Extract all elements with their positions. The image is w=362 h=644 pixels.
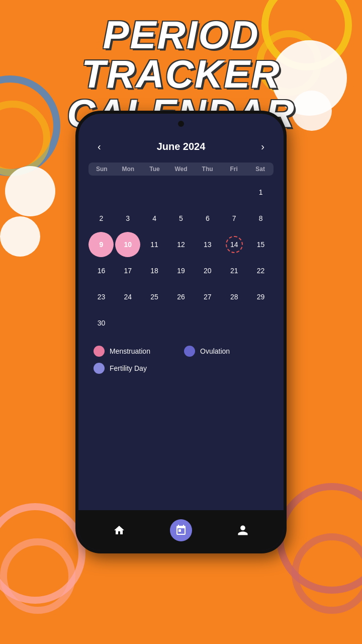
day-wed: Wed [168,166,195,173]
calendar-day-30[interactable]: 30 [88,310,114,336]
calendar-day-5[interactable]: 5 [168,206,194,231]
legend-ovulation: Ovulation [184,346,268,357]
calendar-day-26[interactable]: 26 [168,284,194,309]
calendar-day-17[interactable]: 17 [115,258,141,283]
calendar-day-19[interactable]: 19 [168,258,194,283]
calendar-grid: 1234567891011121314151617181920212223242… [88,180,274,336]
day-fri: Fri [221,166,247,173]
next-month-button[interactable]: › [256,139,269,154]
calendar-day-4[interactable]: 4 [142,206,167,231]
calendar-day-23[interactable]: 23 [88,284,114,309]
calendar-day-13[interactable]: 13 [195,232,220,257]
calendar-day-empty-4 [195,180,220,205]
calendar-container: ‹ June 2024 › Sun Mon Tue Wed Thu Fri Sa… [78,114,284,384]
calendar-day-empty-41 [248,310,274,336]
calendar-day-20[interactable]: 20 [195,258,220,283]
calendar-day-empty-36 [115,310,141,336]
calendar-day-11[interactable]: 11 [142,232,167,257]
bottom-nav [78,510,284,550]
phone-notch [178,121,184,127]
day-tue: Tue [141,166,168,173]
calendar-day-15[interactable]: 15 [248,232,274,257]
calendar-day-27[interactable]: 27 [195,284,220,309]
calendar-day-29[interactable]: 29 [248,284,274,309]
calendar-day-22[interactable]: 22 [248,258,274,283]
calendar-day-empty-0 [88,180,114,205]
menstruation-dot [94,346,105,357]
day-sat: Sat [247,166,274,173]
calendar-day-1[interactable]: 1 [248,180,274,205]
profile-nav-button[interactable] [232,519,254,541]
menstruation-label: Menstruation [110,347,150,355]
days-header: Sun Mon Tue Wed Thu Fri Sat [88,163,274,176]
calendar-day-10[interactable]: 10 [115,232,141,257]
calendar-day-empty-39 [195,310,220,336]
calendar-day-empty-40 [221,310,247,336]
calendar-day-empty-38 [168,310,194,336]
day-thu: Thu [194,166,221,173]
calendar-day-empty-1 [115,180,141,205]
calendar-day-9[interactable]: 9 [88,232,114,257]
calendar-day-21[interactable]: 21 [221,258,247,283]
calendar-day-14[interactable]: 14 [221,232,247,257]
home-nav-button[interactable] [108,519,130,541]
calendar-day-2[interactable]: 2 [88,206,114,231]
calendar-day-25[interactable]: 25 [142,284,167,309]
calendar-nav-button[interactable] [170,519,192,541]
month-year-label: June 2024 [157,141,206,152]
legend-menstruation: Menstruation [94,346,178,357]
phone-mockup: ‹ June 2024 › Sun Mon Tue Wed Thu Fri Sa… [75,111,287,553]
calendar-day-8[interactable]: 8 [248,206,274,231]
calendar-day-empty-3 [168,180,194,205]
calendar-day-3[interactable]: 3 [115,206,141,231]
ovulation-label: Ovulation [200,347,230,355]
calendar-day-28[interactable]: 28 [221,284,247,309]
calendar-day-empty-5 [221,180,247,205]
day-sun: Sun [88,166,115,173]
calendar-day-18[interactable]: 18 [142,258,167,283]
fertility-label: Fertility Day [110,364,147,372]
ovulation-dot [184,346,195,357]
prev-month-button[interactable]: ‹ [93,139,106,154]
fertility-dot [94,363,105,374]
calendar-day-7[interactable]: 7 [221,206,247,231]
legend: Menstruation Ovulation Fertility Day [88,346,274,374]
day-mon: Mon [115,166,142,173]
calendar-header: ‹ June 2024 › [88,139,274,154]
calendar-day-empty-2 [142,180,167,205]
calendar-day-empty-37 [142,310,167,336]
legend-fertility: Fertility Day [94,363,178,374]
calendar-day-16[interactable]: 16 [88,258,114,283]
calendar-day-6[interactable]: 6 [195,206,220,231]
calendar-day-12[interactable]: 12 [168,232,194,257]
calendar-day-24[interactable]: 24 [115,284,141,309]
